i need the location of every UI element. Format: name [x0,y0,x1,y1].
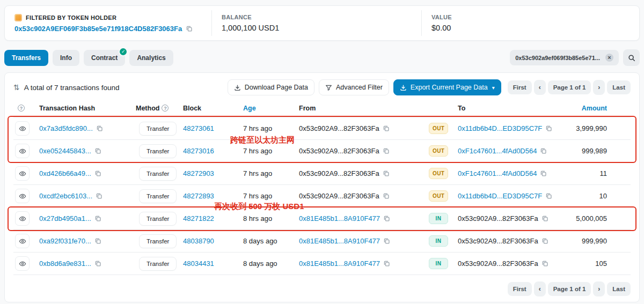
table-row: 0xd426b66a49... Transfer 48272903 7 hrs … [13,162,631,185]
col-header-age[interactable]: Age [239,105,295,112]
eye-preview-button[interactable] [15,121,30,136]
holder-address-link[interactable]: 0x53c902A9EF069F3b85e5e71f918C4D582F3063… [14,25,182,33]
method-button[interactable]: Transfer [139,122,177,136]
from-address[interactable]: 0x81E485b1...8A910F477 [299,259,380,268]
tab-info[interactable]: Info [53,50,79,66]
tab-transfers[interactable]: Transfers [4,50,48,66]
block-link[interactable]: 48272893 [183,192,214,200]
balance-section: BALANCE 1,000,100 USD1 [212,6,421,40]
tx-hash-link[interactable]: 0xe052445843... [39,147,91,155]
method-button[interactable]: Transfer [139,144,177,158]
search-group: 0x53c902a9ef069f3b85e5e71... × [510,49,640,66]
eye-preview-button[interactable] [15,166,30,181]
close-icon[interactable]: × [605,54,613,62]
copy-icon[interactable] [383,260,390,267]
question-circle-icon[interactable]: ? [18,105,25,112]
next-page-button[interactable]: › [593,80,605,95]
tx-hash-link[interactable]: 0x27db4950a1... [39,214,91,223]
next-page-button[interactable]: › [593,281,605,296]
copy-icon[interactable] [383,192,390,199]
to-address[interactable]: 0xF1c47601...4fAd0D564 [458,147,537,155]
from-address: 0x53c902A9...82F3063Fa [299,147,379,155]
eye-preview-button[interactable] [15,211,30,226]
first-page-button[interactable]: First [508,282,532,296]
copy-icon[interactable] [383,170,390,177]
copy-icon[interactable] [541,238,548,244]
method-button[interactable]: Transfer [139,167,177,181]
direction-badge: OUT [429,123,448,134]
search-button[interactable] [623,49,640,66]
copy-icon[interactable] [545,125,552,132]
from-address[interactable]: 0x81E485b1...8A910F477 [299,214,380,223]
copy-icon[interactable] [545,192,552,199]
results-summary: ⇅ A total of 7 transactions found [13,83,120,92]
copy-icon[interactable] [541,215,548,222]
copy-icon[interactable] [94,260,101,267]
export-page-data-button[interactable]: Export Current Page Data ▾ [393,79,501,95]
eye-preview-button[interactable] [15,234,30,248]
copy-icon[interactable] [383,147,390,154]
copy-icon[interactable] [383,215,390,222]
copy-icon[interactable] [94,170,101,177]
copy-icon[interactable] [383,125,390,132]
pagination-bottom: First ‹ Page 1 of 1 › Last [508,281,631,296]
eye-preview-button[interactable] [15,144,30,158]
prev-page-button[interactable]: ‹ [534,281,546,296]
eye-preview-button[interactable] [15,189,30,203]
to-address[interactable]: 0x11db6b4D...ED3D95C7F [458,192,542,200]
age-text: 7 hrs ago [239,169,295,177]
age-text: 8 days ago [239,237,295,245]
question-circle-icon[interactable]: ? [162,105,169,112]
prev-page-button[interactable]: ‹ [534,80,546,95]
first-page-button[interactable]: First [508,80,532,94]
tx-hash-link[interactable]: 0xa92f031fe70... [39,237,91,245]
method-button[interactable]: Transfer [139,234,177,248]
pagination-top: First ‹ Page 1 of 1 › Last [508,80,631,95]
sort-icon: ⇅ [13,83,20,92]
block-link[interactable]: 48273016 [183,147,214,155]
download-icon [400,84,407,91]
tx-hash-link[interactable]: 0x7a3d5fdc890... [39,124,93,132]
to-address[interactable]: 0xF1c47601...4fAd0D564 [458,169,537,177]
tx-hash-link[interactable]: 0xd426b66a49... [39,169,91,177]
value-label: VALUE [431,14,630,20]
block-link[interactable]: 48272903 [183,169,214,177]
download-page-data-button[interactable]: Download Page Data [228,79,314,95]
last-page-button[interactable]: Last [607,80,631,94]
eye-preview-button[interactable] [15,256,30,271]
copy-icon[interactable] [540,170,547,177]
direction-badge: OUT [429,190,448,202]
method-button[interactable]: Transfer [139,189,177,203]
block-link[interactable]: 48271822 [183,214,214,223]
col-header-amount[interactable]: Amount [561,105,631,112]
copy-icon[interactable] [94,238,101,244]
copy-icon[interactable] [96,125,103,132]
col-header-block: Block [183,105,239,112]
block-link[interactable]: 48034431 [183,259,214,268]
method-button[interactable]: Transfer [139,257,177,271]
tx-hash-link[interactable]: 0xb8d6a9e831... [39,259,91,268]
to-address[interactable]: 0x11db6b4D...ED3D95C7F [458,124,542,132]
advanced-filter-button[interactable]: Advanced Filter [319,79,389,95]
method-button[interactable]: Transfer [139,212,177,226]
copy-icon[interactable] [186,25,193,32]
page-indicator: Page 1 of 1 [548,80,591,94]
from-address[interactable]: 0x81E485b1...8A910F477 [299,237,380,245]
table-row: 0xcdf2ebc6103... Transfer 48272893 7 hrs… [13,185,631,207]
tab-contract[interactable]: Contract ✓ [84,50,125,66]
copy-icon[interactable] [94,215,101,222]
copy-icon[interactable] [383,238,390,244]
block-link[interactable]: 48273061 [183,124,214,132]
copy-icon[interactable] [540,147,547,154]
block-link[interactable]: 48038790 [183,237,214,245]
age-text: 7 hrs ago [239,192,295,200]
copy-icon[interactable] [96,192,103,199]
amount-text: 10 [561,192,631,200]
col-header-to: To [453,105,561,112]
copy-icon[interactable] [541,260,548,267]
tab-analytics[interactable]: Analytics [129,50,173,66]
tx-hash-link[interactable]: 0xcdf2ebc6103... [39,192,92,200]
last-page-button[interactable]: Last [607,282,631,296]
copy-icon[interactable] [94,147,101,154]
filter-label: FILTERED BY TOKEN HOLDER [26,14,116,21]
